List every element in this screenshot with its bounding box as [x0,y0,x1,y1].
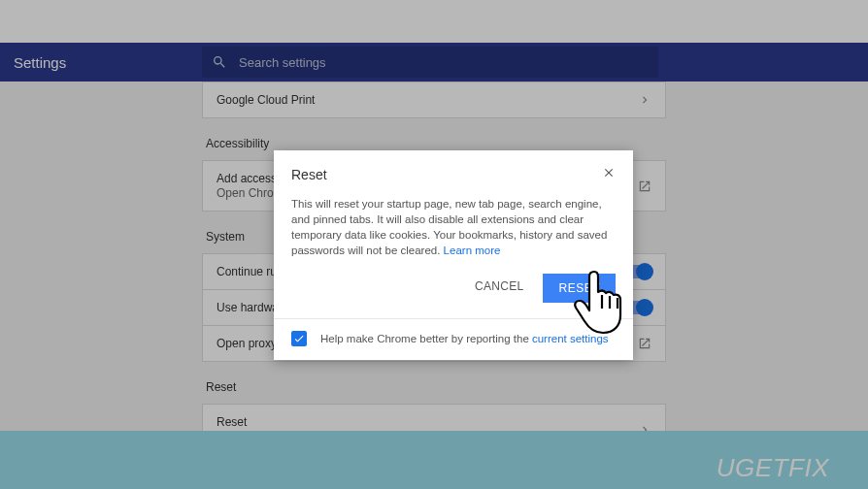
pointer-cursor-icon [565,266,635,340]
close-icon [602,166,616,179]
learn-more-link[interactable]: Learn more [444,244,501,256]
close-button[interactable] [600,164,618,184]
dialog-body: This will reset your startup page, new t… [274,190,633,268]
help-checkbox[interactable] [291,331,307,346]
check-icon [293,333,305,344]
help-text-prefix: Help make Chrome better by reporting the [320,333,532,344]
cancel-button[interactable]: CANCEL [473,274,525,303]
dialog-title: Reset [291,167,327,182]
